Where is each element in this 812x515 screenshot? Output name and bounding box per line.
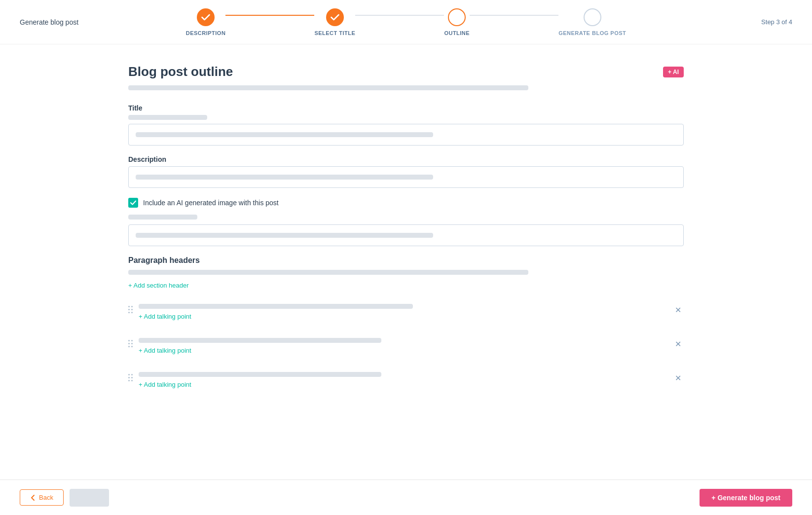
close-talking-point-2[interactable]: ✕ (672, 338, 684, 350)
paragraph-headers-label: Paragraph headers (128, 256, 684, 265)
page-title: Blog post outline (128, 64, 233, 79)
add-talking-point-label-1: + Add talking point (139, 313, 191, 320)
drag-dot (131, 309, 133, 310)
add-talking-point-label-2: + Add talking point (139, 347, 191, 354)
footer: Back + Generate blog post (0, 479, 812, 515)
step-label-outline: OUTLINE (444, 30, 470, 36)
app-title: Generate blog post (20, 18, 78, 26)
step-outline: OUTLINE (444, 8, 470, 36)
talking-points-list: + Add talking point ✕ (128, 299, 684, 393)
drag-dot (131, 343, 133, 344)
add-talking-point-1[interactable]: + Add talking point (139, 313, 666, 320)
talking-point-1: + Add talking point ✕ (128, 299, 684, 325)
drag-dot (128, 312, 130, 313)
add-section-header-link[interactable]: + Add section header (128, 282, 684, 289)
description-input[interactable] (128, 166, 684, 188)
talking-point-2-skeleton (139, 338, 381, 343)
main-content: Blog post outline + AI Title Description… (0, 44, 812, 450)
back-button[interactable]: Back (20, 489, 64, 506)
drag-handle-3[interactable] (128, 372, 133, 381)
checkbox-check-icon (130, 200, 136, 205)
step-circle-description (197, 8, 215, 26)
drag-dot (131, 312, 133, 313)
next-skeleton (70, 489, 109, 507)
connector-1 (225, 15, 314, 16)
description-label: Description (128, 155, 684, 163)
ai-image-checkbox[interactable] (128, 198, 138, 208)
drag-dot (131, 380, 133, 381)
drag-dot (128, 374, 130, 375)
talking-point-1-content: + Add talking point (139, 304, 666, 320)
talking-point-2-content: + Add talking point (139, 338, 666, 354)
talking-point-3: + Add talking point ✕ (128, 367, 684, 393)
add-talking-point-label-3: + Add talking point (139, 381, 191, 388)
title-skeleton-label (128, 115, 207, 120)
drag-dot (128, 340, 130, 341)
back-arrow-icon (30, 495, 36, 501)
footer-left: Back (20, 489, 109, 507)
step-description: DESCRIPTION (186, 8, 226, 36)
stepper: DESCRIPTION SELECT TITLE OUTLINE GENERAT… (20, 8, 792, 36)
image-field-skeleton (136, 233, 433, 238)
ai-badge[interactable]: + AI (663, 67, 684, 77)
step-select-title: SELECT TITLE (314, 8, 355, 36)
back-button-label: Back (39, 494, 53, 501)
close-talking-point-3[interactable]: ✕ (672, 372, 684, 384)
add-section-header-label: + Add section header (128, 282, 189, 289)
image-field-input[interactable] (128, 224, 684, 246)
add-talking-point-3[interactable]: + Add talking point (139, 381, 666, 388)
generate-button[interactable]: + Generate blog post (700, 489, 792, 507)
drag-dot (131, 306, 133, 307)
step-circle-select-title (326, 8, 344, 26)
drag-dot (131, 346, 133, 347)
step-info: Step 3 of 4 (761, 18, 792, 26)
check-icon-2 (331, 14, 339, 21)
step-label-description: DESCRIPTION (186, 30, 226, 36)
image-field-skeleton-label (128, 215, 197, 220)
step-circle-outline (448, 8, 466, 26)
talking-point-3-skeleton (139, 372, 381, 377)
add-talking-point-2[interactable]: + Add talking point (139, 347, 666, 354)
talking-point-3-content: + Add talking point (139, 372, 666, 388)
paragraph-skeleton-bar (128, 270, 528, 275)
skeleton-top (128, 85, 528, 90)
drag-dot (128, 309, 130, 310)
drag-dot (128, 380, 130, 381)
generate-button-label: + Generate blog post (711, 494, 780, 502)
title-input[interactable] (128, 124, 684, 146)
drag-handle-2[interactable] (128, 338, 133, 347)
section-header: Blog post outline + AI (128, 64, 684, 79)
description-input-skeleton (136, 175, 433, 180)
connector-2 (355, 15, 444, 16)
drag-dot (131, 374, 133, 375)
drag-dot (128, 306, 130, 307)
checkbox-label: Include an AI generated image with this … (143, 199, 279, 207)
drag-dot (128, 343, 130, 344)
drag-dot (131, 340, 133, 341)
title-input-skeleton (136, 132, 433, 137)
step-label-generate: GENERATE BLOG POST (558, 30, 626, 36)
header: Generate blog post DESCRIPTION SELECT TI… (0, 0, 812, 44)
talking-point-1-skeleton (139, 304, 413, 309)
drag-dot (128, 346, 130, 347)
talking-point-2: + Add talking point ✕ (128, 333, 684, 359)
title-label: Title (128, 104, 684, 112)
drag-handle-1[interactable] (128, 304, 133, 313)
step-label-select-title: SELECT TITLE (314, 30, 355, 36)
step-circle-generate (584, 8, 601, 26)
connector-3 (470, 15, 558, 16)
ai-image-checkbox-row: Include an AI generated image with this … (128, 198, 684, 208)
close-talking-point-1[interactable]: ✕ (672, 304, 684, 316)
check-icon (201, 14, 210, 21)
step-generate: GENERATE BLOG POST (558, 8, 626, 36)
drag-dot (131, 377, 133, 378)
drag-dot (128, 377, 130, 378)
